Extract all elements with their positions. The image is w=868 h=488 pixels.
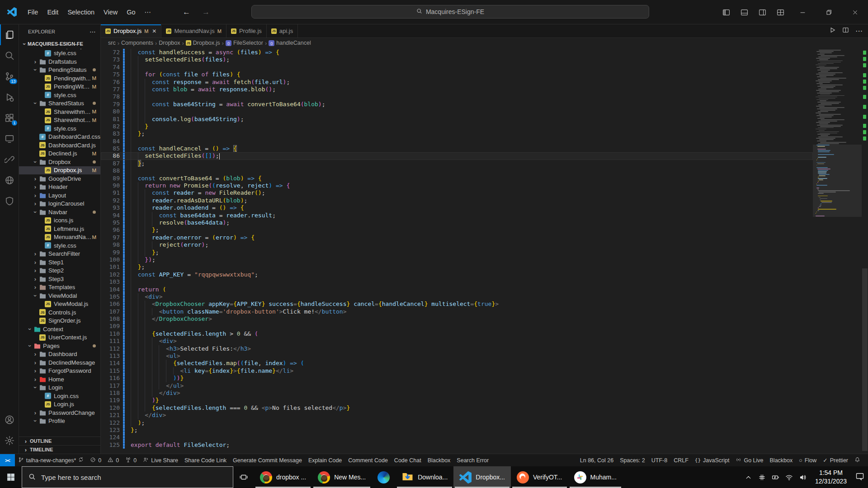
breadcrumb-item[interactable]: Components — [121, 40, 153, 46]
chevron-up-icon[interactable] — [745, 474, 752, 481]
code-line-98[interactable]: 98 reject(error); — [101, 241, 813, 249]
split-editor-icon[interactable] — [842, 27, 849, 35]
code-line-117[interactable]: 117 </ul> — [101, 382, 813, 389]
code-editor[interactable]: 72 const handleSuccess = async (files) =… — [101, 48, 868, 454]
taskbar-clock[interactable]: 1:54 PM 12/31/2023 — [812, 469, 849, 486]
code-line-115[interactable]: 115 <li key={index}>{file.name}</li> — [101, 367, 813, 375]
tree-folder-viewmodal[interactable]: ›ViewModal — [19, 291, 100, 300]
code-line-83[interactable]: 83 }; — [101, 130, 813, 137]
code-line-82[interactable]: 82 } — [101, 123, 813, 130]
action-center-icon[interactable] — [855, 472, 864, 483]
tree-folder-pendingstatus[interactable]: ›PendingStatus — [19, 66, 100, 75]
command-center[interactable]: Macquires-ESign-FE — [251, 5, 649, 19]
tree-file-controls-js[interactable]: JSControls.js — [19, 308, 100, 317]
start-button[interactable] — [0, 466, 22, 488]
tree-folder-profile[interactable]: ›Profile — [19, 417, 100, 426]
taskbar-app-slack[interactable]: Muham... — [568, 466, 623, 488]
taskbar-app-downloads[interactable]: Downloa... — [396, 466, 453, 488]
statusbar-code-chat[interactable]: Code Chat — [391, 454, 425, 466]
code-line-116[interactable]: 116 ))} — [101, 375, 813, 382]
statusbar-0[interactable]: 0 — [122, 454, 140, 466]
nav-back-icon[interactable]: ← — [183, 8, 190, 17]
menu-item-selection[interactable]: Selection — [63, 6, 99, 18]
statusbar-talha-new-changes-[interactable]: talha-new-changes* — [15, 454, 87, 466]
tree-folder-templates[interactable]: ›Templates — [19, 283, 100, 292]
code-line-89[interactable]: 89 const convertToBase64 = (blob) => { — [101, 175, 813, 182]
tree-folder-logincarousel[interactable]: ›loginCarousel — [19, 200, 100, 208]
tree-folder-googledrive[interactable]: ›GoogleDrive — [19, 174, 100, 183]
code-line-107[interactable]: 107 <button className='dropbox-button'>C… — [101, 308, 813, 315]
code-line-99[interactable]: 99 }; — [101, 249, 813, 256]
tree-file-style-css[interactable]: #style.css — [19, 49, 100, 58]
wifi-icon[interactable] — [785, 474, 793, 481]
code-line-105[interactable]: 105 <div> — [101, 293, 813, 300]
menu-item-file[interactable]: File — [23, 6, 42, 18]
code-line-112[interactable]: 112 <h3>Selected Files:</h3> — [101, 345, 813, 352]
task-view-icon[interactable] — [233, 466, 254, 488]
code-line-122[interactable]: 122 ); — [101, 419, 813, 427]
tab-profile-js[interactable]: JSProfile.js — [226, 24, 267, 38]
code-line-92[interactable]: 92 reader.readAsDataURL(blob); — [101, 197, 813, 204]
code-line-118[interactable]: 118 </div> — [101, 389, 813, 397]
statusbar-0[interactable]: 0 — [87, 454, 104, 466]
tree-file-style-css[interactable]: #style.css — [19, 124, 100, 133]
code-line-75[interactable]: 75 for (const file of files) { — [101, 71, 813, 78]
tree-folder-pages[interactable]: ›Pages — [19, 342, 100, 350]
breadcrumb-item[interactable]: {}handleCancel — [269, 40, 311, 46]
code-line-113[interactable]: 113 <ul> — [101, 352, 813, 360]
activity-settings-gear-icon[interactable] — [0, 430, 19, 451]
statusbar-generate-commit-message[interactable]: Generate Commit Message — [230, 454, 305, 466]
code-line-110[interactable]: 110 {selectedFiles.length > 0 && ( — [101, 330, 813, 338]
code-line-95[interactable]: 95 resolve(base64data); — [101, 219, 813, 226]
taskbar-app-chrome[interactable]: New Mes... — [312, 466, 372, 488]
taskbar-app-postman[interactable]: VerifyOT... — [511, 466, 568, 488]
tree-folder-dropbox[interactable]: ›Dropbox — [19, 158, 100, 166]
tree-file-style-css[interactable]: #style.css — [19, 241, 100, 250]
code-line-100[interactable]: 100 }); — [101, 256, 813, 263]
breadcrumb-item[interactable]: {}FileSelector — [226, 40, 263, 46]
toggle-secondary-sidebar-icon[interactable] — [753, 0, 771, 24]
tab-dropbox-js[interactable]: JSDropbox.jsM✕ — [101, 24, 161, 38]
activity-source-control-icon[interactable]: 13 — [0, 66, 19, 87]
code-line-124[interactable]: 124 — [101, 434, 813, 441]
activity-shield-icon[interactable] — [0, 191, 19, 211]
slack-tray-icon[interactable] — [758, 474, 766, 481]
menu-item-edit[interactable]: Edit — [42, 6, 63, 18]
tree-folder-home[interactable]: ›Home — [19, 375, 100, 384]
code-line-119[interactable]: 119 )} — [101, 397, 813, 404]
tree-file-viewmodal-js[interactable]: JSViewModal.js — [19, 300, 100, 309]
tree-file-login-js[interactable]: JSLogin.js — [19, 400, 100, 409]
code-line-72[interactable]: 72 const handleSuccess = async (files) =… — [101, 49, 813, 56]
minimize-button[interactable] — [789, 0, 816, 24]
activity-remote-explorer-icon[interactable] — [0, 128, 19, 149]
tree-folder-searchfilter[interactable]: ›SearchFilter — [19, 250, 100, 258]
statusbar-explain-code[interactable]: Explain Code — [305, 454, 345, 466]
code-line-96[interactable]: 96 }; — [101, 226, 813, 234]
tree-file-dropbox-js[interactable]: JSDropbox.jsM — [19, 166, 100, 175]
tree-folder-context[interactable]: ›Context — [19, 325, 100, 333]
tree-folder-navbar[interactable]: ›Navbar — [19, 208, 100, 216]
section-outline[interactable]: ›OUTLINE — [19, 436, 100, 445]
close-button[interactable] — [842, 0, 868, 24]
menu-item-view[interactable]: View — [99, 6, 122, 18]
code-line-102[interactable]: 102 const APP_KEY = "rqqpqwswwxtxbuq"; — [101, 271, 813, 278]
breadcrumb-item[interactable]: src — [108, 40, 116, 46]
battery-icon[interactable] — [772, 474, 779, 481]
activity-extensions-icon[interactable]: 1 — [0, 108, 19, 128]
tree-folder-passwordchange[interactable]: ›PasswordChange — [19, 408, 100, 417]
tree-file-declined-js[interactable]: JSDeclined.jsM — [19, 150, 100, 158]
statusbar-comment-code[interactable]: Comment Code — [345, 454, 391, 466]
activity-run-debug-icon[interactable] — [0, 87, 19, 108]
taskbar-app-edge[interactable] — [372, 466, 396, 488]
minimap[interactable] — [813, 48, 862, 454]
toggle-primary-sidebar-icon[interactable] — [717, 0, 735, 24]
scrollbar-thumb[interactable] — [862, 268, 868, 451]
tree-file-menuandnav-js[interactable]: JSMenuandNav.jsM — [19, 233, 100, 242]
code-line-76[interactable]: 76 const response = await fetch(file.url… — [101, 79, 813, 86]
statusbar-ln-86-col-26[interactable]: Ln 86, Col 26 — [577, 454, 617, 466]
code-line-125[interactable]: 125export default FileSelector; — [101, 441, 813, 449]
tree-folder-step2[interactable]: ›Step2 — [19, 267, 100, 275]
tree-file-icons-js[interactable]: JSicons.js — [19, 216, 100, 225]
statusbar-search-error[interactable]: Search Error — [453, 454, 492, 466]
code-line-77[interactable]: 77 const blob = await response.blob(); — [101, 86, 813, 93]
